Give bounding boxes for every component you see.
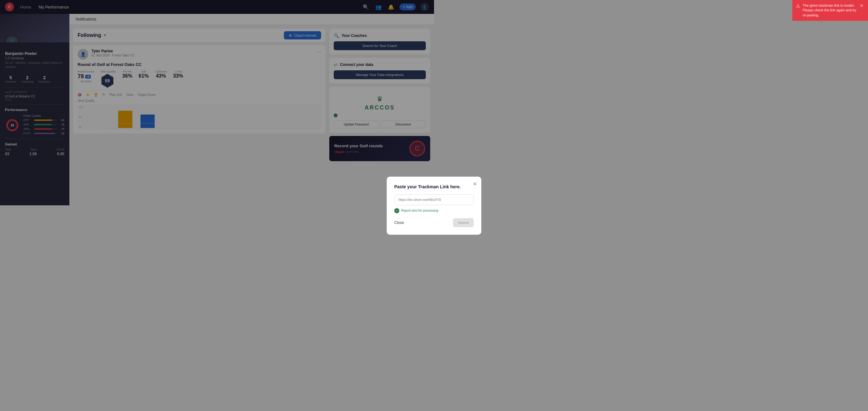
trackman-link-input[interactable] [394, 194, 434, 205]
modal-overlay: Paste your Trackman Link here. ✕ ✓ Repor… [0, 0, 434, 205]
modal-title: Paste your Trackman Link here. [394, 184, 434, 189]
trackman-modal: Paste your Trackman Link here. ✕ ✓ Repor… [387, 177, 434, 205]
